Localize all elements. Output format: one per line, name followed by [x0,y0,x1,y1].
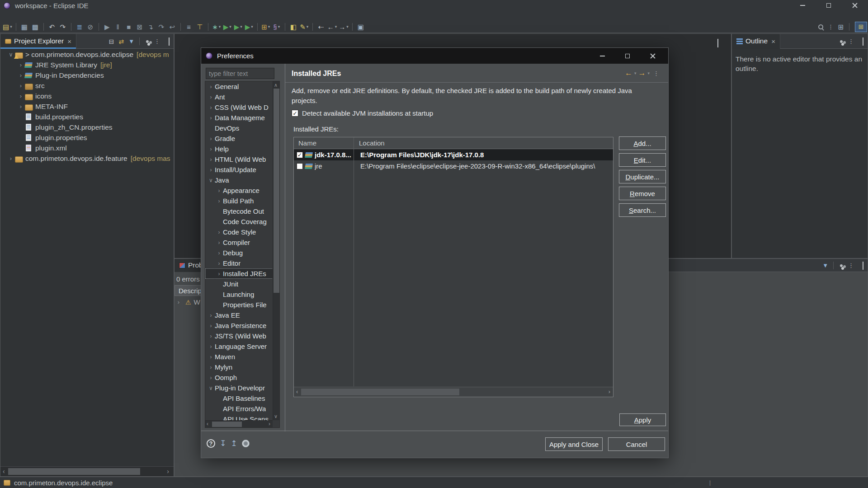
suspend-button[interactable]: ‖ [113,21,123,32]
table-hscrollbar[interactable]: ‹ › [294,387,613,397]
new-editor-button[interactable]: ▣ [355,21,366,32]
tree-item[interactable]: ∨ > com.primeton.devops.ide.eclipse [dev… [0,49,174,60]
maximize-view-button[interactable] [863,263,863,269]
maximize-view-button[interactable] [863,38,863,45]
console-button[interactable]: ≡ [184,21,194,32]
expand-chevron-icon[interactable]: › [207,375,215,381]
pref-tree-item[interactable]: JUnit [205,279,273,289]
back-icon[interactable]: ← [625,69,632,78]
pref-tree-item[interactable]: API Baselines [205,393,273,404]
jre-default-checkbox[interactable] [297,152,303,158]
more-actions-icon[interactable]: ⋮ [846,262,856,269]
expand-chevron-icon[interactable]: › [215,271,223,277]
help-icon[interactable]: ? [207,439,215,448]
scroll-left-icon[interactable]: ‹ [296,388,298,395]
window-minimize-button[interactable] [789,0,816,11]
menu-item[interactable] [35,15,46,17]
tree-vscrollbar[interactable]: ∧ ∨ [273,81,279,420]
scrollbar-thumb[interactable] [8,468,140,475]
expand-chevron-icon[interactable]: › [17,93,25,99]
pref-tree-item[interactable]: ∨ Plug-in Developr [205,383,273,393]
open-perspective-button[interactable]: ⊞ [835,21,846,32]
more-actions-icon[interactable]: ⋮ [846,38,856,45]
detect-jvm-checkbox[interactable] [292,110,298,117]
pref-tree-item[interactable]: › Editor [205,258,273,268]
tree-item[interactable]: plugin.properties [0,132,174,143]
tab-outline[interactable]: Outline × [732,34,780,49]
scroll-right-icon[interactable]: › [609,388,610,395]
expand-chevron-icon[interactable]: › [207,156,215,163]
skip-breakpoints-button[interactable]: ⊘ [85,21,96,32]
menu-item[interactable] [57,15,68,17]
pref-tree-item[interactable]: API Errors/Wa [205,404,273,414]
collapse-all-button[interactable]: ⊟ [109,38,114,45]
scrollbar-thumb[interactable] [301,389,459,395]
jre-action-button[interactable]: Add... [619,136,666,150]
pref-tree-item[interactable]: › Code Style [205,227,273,237]
debug-button[interactable]: ∗ [211,21,222,32]
open-type-button[interactable]: ◧ [288,21,299,32]
pref-tree-item[interactable]: › General [205,81,273,92]
pref-tree-item[interactable]: › Install/Update [205,164,273,175]
expand-chevron-icon[interactable]: › [207,167,215,173]
pref-tree-item[interactable]: › Maven [205,352,273,362]
toolbar-overflow-icon[interactable]: ⋮ [826,23,835,30]
pref-tree-item[interactable]: › CSS (Wild Web D [205,102,273,113]
filter-button[interactable]: ▼ [128,38,134,44]
expand-chevron-icon[interactable]: › [207,312,215,319]
pref-tree-item[interactable]: › Language Server [205,341,273,352]
pref-tree-item[interactable]: › Build Path [205,196,273,206]
window-close-button[interactable] [842,0,868,11]
forward-button[interactable]: → [338,21,349,32]
expand-chevron-icon[interactable]: › [17,72,25,79]
pref-tree-item[interactable]: › Data Manageme [205,113,273,123]
pref-tree-item[interactable]: › Help [205,144,273,154]
expand-chevron-icon[interactable]: › [215,250,223,256]
dialog-maximize-button[interactable] [615,48,640,64]
preference-recorder-icon[interactable] [242,440,250,447]
tree-item[interactable]: build.properties [0,112,174,122]
expand-chevron-icon[interactable]: › [207,146,215,152]
scrollbar-thumb[interactable] [274,89,279,293]
save-button[interactable]: ▦ [19,21,30,32]
more-actions-icon[interactable]: ⋮ [152,38,162,45]
scroll-right-icon[interactable]: › [167,468,169,475]
scroll-right-icon[interactable]: › [269,421,270,427]
pref-tree-item[interactable]: ∨ Java [205,175,273,185]
location-column-header[interactable]: Location [354,139,385,147]
pref-tree-item[interactable]: › Mylyn [205,362,273,372]
menu-item[interactable] [46,15,57,17]
window-maximize-button[interactable] [816,0,842,11]
import-preferences-icon[interactable]: ↧ [220,439,226,448]
scroll-left-icon[interactable]: ‹ [207,421,208,427]
step-return-button[interactable]: ↩ [167,21,178,32]
tree-hscrollbar[interactable]: ‹ › [205,420,273,427]
expand-chevron-icon[interactable]: › [17,61,25,68]
step-over-button[interactable]: ↷ [156,21,167,32]
pref-tree-item[interactable]: › Debug [205,248,273,258]
back-button[interactable]: ← [326,21,338,32]
expand-chevron-icon[interactable]: › [207,323,215,329]
view-menu-icon[interactable] [146,40,149,43]
scroll-down-icon[interactable]: ∨ [274,413,278,419]
jdk-17.0.8...[interactable]: jdk-17.0.8... E:\Program Files\JDK\jdk-1… [294,149,613,160]
page-menu-icon[interactable]: ⋮ [651,70,661,77]
forward-icon[interactable]: → [638,69,646,78]
expand-chevron-icon[interactable]: › [7,155,15,162]
expand-chevron-icon[interactable]: › [207,364,215,371]
external-tools-button[interactable]: ▶ [244,21,255,32]
jre-action-button[interactable]: Remove [619,187,666,200]
menu-item[interactable] [79,15,90,17]
expand-chevron-icon[interactable]: › [207,104,215,111]
view-menu-icon[interactable] [840,264,843,267]
pref-tree-item[interactable]: › Ant [205,92,273,102]
export-preferences-icon[interactable]: ↥ [231,439,237,448]
expand-chevron-icon[interactable]: ∨ [207,177,215,183]
tree-item[interactable]: › icons [0,91,174,101]
forward-dropdown-icon[interactable]: ▾ [647,71,650,75]
scroll-up-icon[interactable]: ∧ [274,82,278,88]
tree-item[interactable]: › Plug-in Dependencies [0,70,174,80]
new-wizard-button[interactable]: ▤ [2,21,13,32]
pref-tree-item[interactable]: › Installed JREs [205,268,273,279]
expand-chevron-icon[interactable]: › [207,333,215,339]
